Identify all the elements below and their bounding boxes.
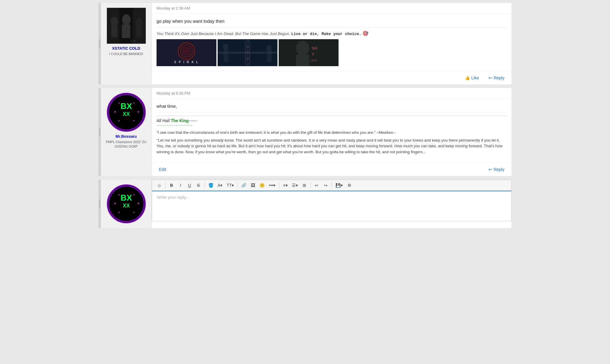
editor-avatar-image: BX XX ★ ★ ★ ★ ★ ★ — [108, 185, 145, 223]
svg-text:Y: Y — [312, 52, 315, 57]
emoji-icon: 🙂 — [260, 183, 265, 188]
movie-thumb-2[interactable] — [218, 39, 277, 66]
reply-label-2: Reply — [494, 167, 504, 172]
movie-image-2 — [218, 39, 277, 66]
svg-text:★: ★ — [118, 119, 120, 122]
svg-text:★: ★ — [133, 119, 135, 122]
svg-text:BX: BX — [120, 101, 132, 111]
post-footer-1: 👍 Like ↩ Reply — [152, 71, 512, 84]
svg-rect-28 — [296, 55, 309, 66]
svg-text:★: ★ — [113, 110, 116, 113]
toolbar-sep-6 — [332, 182, 332, 188]
toolbar-list-btn[interactable]: ☰▾ — [290, 182, 300, 189]
toolbar-textsize-btn[interactable]: TT▾ — [225, 182, 236, 189]
image-icon: 🖼 — [251, 183, 255, 188]
toolbar-emoji-btn[interactable]: 🙂 — [258, 182, 266, 189]
post-card-1: C D XSTATIC COLD I COULD BE BANNED! Mond… — [98, 3, 512, 84]
toolbar-link-btn[interactable]: 🔗 — [239, 182, 248, 189]
svg-point-24 — [266, 45, 272, 51]
svg-text:★: ★ — [113, 202, 116, 205]
spinner-icon-1: 🎯 — [362, 31, 368, 36]
post-timestamp-1: Monday at 2:36 AM — [152, 3, 512, 14]
reply-button-1[interactable]: ↩ Reply — [486, 74, 507, 81]
toolbar-paint-btn[interactable]: 🪣 — [207, 182, 215, 189]
svg-point-3 — [111, 17, 118, 26]
post-body-2: what time, All Hail The King------ -----… — [152, 99, 512, 163]
eraser-icon: ◇ — [158, 183, 161, 188]
toolbar-redo-btn[interactable]: ↪ — [321, 182, 330, 189]
editor-textarea[interactable]: Write your reply... — [152, 191, 512, 221]
edit-button-2[interactable]: Edit — [157, 166, 169, 173]
reply-icon-1: ↩ — [488, 75, 492, 80]
toolbar-settings-btn[interactable]: ⚙ — [345, 182, 353, 189]
svg-text:★: ★ — [137, 202, 140, 205]
toolbar-more-btn[interactable]: •••▾ — [267, 182, 277, 189]
reply-button-2[interactable]: ↩ Reply — [486, 166, 507, 173]
toolbar-save-btn[interactable]: 💾▾ — [334, 182, 345, 189]
reply-icon-2: ↩ — [488, 167, 492, 172]
hail-prefix: All Hail — [157, 118, 171, 123]
toolbar-sep-3 — [237, 182, 238, 188]
post-content-1: Monday at 2:36 AM go play when you want … — [152, 3, 512, 84]
post-card-2: BX XX ★ ★ ★ ★ ★ ★ Mr.Bossaru PMPL Champi… — [98, 88, 512, 176]
movie-image-3: SH Y LIFE — [279, 39, 339, 66]
toolbar-eraser-btn[interactable]: ◇ — [155, 182, 163, 189]
settings-icon: ⚙ — [348, 183, 351, 188]
toolbar-underline-btn[interactable]: U — [185, 182, 194, 189]
svg-text:XX: XX — [123, 203, 130, 209]
svg-text:BX: BX — [120, 193, 132, 202]
more-icon: •••▾ — [269, 183, 275, 188]
paint-icon: 🪣 — [208, 183, 213, 188]
italic-icon: I — [180, 183, 181, 188]
strike-icon: S — [197, 183, 200, 188]
svg-text:LIFE: LIFE — [310, 59, 317, 62]
sig-bold-1: Live or die, Make your choice. — [291, 32, 361, 36]
post-text-2: what time, — [157, 104, 507, 109]
sig-quote2: ''Let me tell you something you already … — [157, 137, 507, 155]
post-text-1: go play when you want today then — [157, 19, 507, 24]
svg-text:★: ★ — [118, 193, 120, 196]
user-status-1: I COULD BE BANNED! — [109, 52, 143, 56]
movie-thumb-spiral[interactable]: S P I R A L — [157, 39, 216, 66]
post-content-2: Monday at 6:36 PM what time, All Hail Th… — [152, 88, 512, 176]
toolbar-bold-btn[interactable]: B — [167, 182, 176, 189]
svg-text:★: ★ — [118, 102, 120, 104]
avatar-2: BX XX ★ ★ ★ ★ ★ ★ — [107, 93, 146, 132]
sig-divider-2 — [157, 116, 507, 116]
svg-point-7 — [136, 18, 142, 26]
underline-icon: U — [188, 183, 191, 188]
post-body-1: go play when you want today then You Thi… — [152, 14, 512, 71]
svg-text:★: ★ — [137, 110, 140, 113]
toolbar-strike-btn[interactable]: S — [194, 182, 203, 189]
editor-placeholder: Write your reply... — [157, 195, 189, 200]
toolbar-undo-btn[interactable]: ↩ — [312, 182, 321, 189]
like-button-1[interactable]: 👍 Like — [462, 74, 482, 81]
movie-thumb-3[interactable]: SH Y LIFE — [279, 39, 339, 66]
sig-mono-1: Live or die, Make your choice. — [291, 32, 361, 36]
author-sidebar-2: BX XX ★ ★ ★ ★ ★ ★ Mr.Bossaru PMPL Champi… — [101, 88, 152, 176]
svg-rect-23 — [267, 50, 271, 62]
toolbar-image-btn[interactable]: 🖼 — [249, 182, 257, 189]
toolbar-fontsize-btn[interactable]: A▾ — [216, 182, 224, 189]
toolbar-table-btn[interactable]: ⊞ — [300, 182, 309, 189]
svg-point-11 — [176, 41, 197, 62]
editor-card: BX XX ★ ★ ★ ★ ★ ★ ◇ B — [98, 180, 512, 228]
editor-sidebar: BX XX ★ ★ ★ ★ ★ ★ — [101, 180, 152, 228]
save-icon: 💾▾ — [336, 183, 343, 188]
page-container: C D XSTATIC COLD I COULD BE BANNED! Mond… — [95, 0, 515, 231]
left-divider-editor[interactable] — [98, 180, 101, 228]
post-signature-1: You Think It's Over Just Because I Am De… — [157, 27, 507, 36]
left-divider-2[interactable] — [98, 88, 101, 176]
svg-point-5 — [122, 14, 131, 25]
hail-name: The King — [171, 118, 189, 123]
toolbar-sep-2 — [204, 182, 205, 188]
toolbar-italic-btn[interactable]: I — [176, 182, 185, 189]
toolbar-align-btn[interactable]: ≡▾ — [281, 182, 289, 189]
divider-handle-1 — [99, 39, 100, 48]
username-1[interactable]: XSTATIC COLD — [112, 46, 140, 51]
svg-rect-25 — [218, 52, 277, 54]
svg-rect-8 — [136, 26, 142, 37]
left-divider-1[interactable] — [98, 3, 101, 84]
username-2[interactable]: Mr.Bossaru — [116, 134, 137, 139]
post-signature-2: All Hail The King------ ----------------… — [157, 112, 507, 155]
